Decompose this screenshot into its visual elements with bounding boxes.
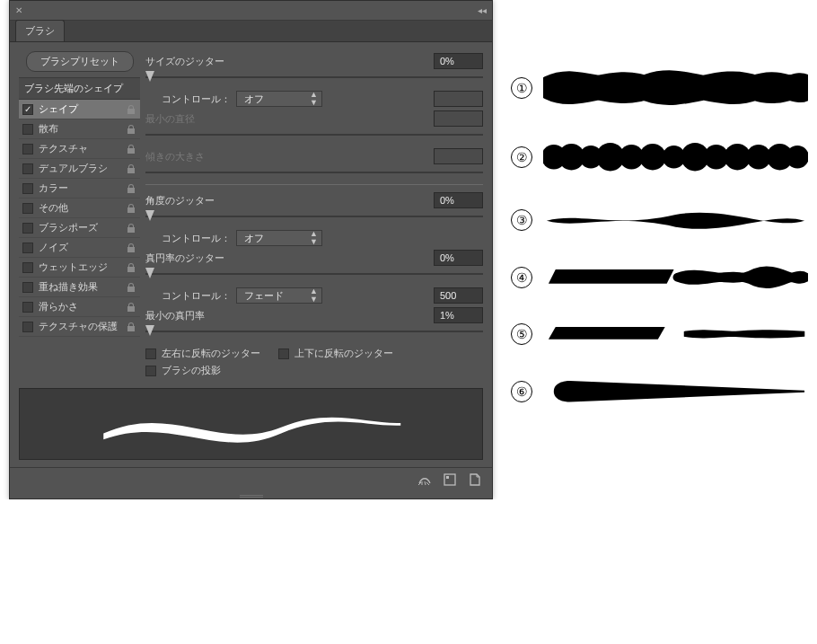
checkbox-icon[interactable] [22, 322, 33, 332]
lock-icon[interactable] [126, 124, 136, 135]
lock-icon[interactable] [126, 163, 136, 174]
sidebar-item-label: 滑らかさ [39, 300, 78, 313]
sidebar-item-7[interactable]: ノイズ [19, 238, 140, 258]
lock-icon[interactable] [126, 104, 136, 115]
stroke-examples: ① ② ③ ④ [511, 0, 808, 499]
sidebar-item-10[interactable]: 滑らかさ [19, 297, 140, 317]
panel-footer [10, 467, 492, 493]
lock-icon[interactable] [126, 144, 136, 154]
angle-control-label: コントロール： [162, 232, 231, 245]
sidebar-item-label: テクスチャの保護 [39, 320, 118, 333]
sidebar-item-1[interactable]: 散布 [19, 119, 140, 139]
angle-jitter-slider[interactable] [145, 210, 483, 223]
sidebar-item-0[interactable]: シェイプ [19, 100, 140, 119]
roundness-jitter-slider[interactable] [145, 268, 483, 280]
checkbox-icon[interactable] [22, 104, 33, 115]
checkbox-icon[interactable] [22, 302, 33, 313]
min-diameter-value [434, 110, 483, 127]
size-jitter-slider[interactable] [145, 71, 483, 84]
panel-tabbar: ブラシ [10, 21, 492, 42]
checkbox-icon[interactable] [22, 243, 33, 253]
brush-presets-button[interactable]: ブラシプリセット [26, 51, 134, 72]
sidebar-item-3[interactable]: デュアルブラシ [19, 159, 140, 179]
size-control-steps [434, 91, 483, 107]
checkbox-icon[interactable] [22, 203, 33, 214]
example-number: ⑤ [511, 323, 532, 345]
tab-brush[interactable]: ブラシ [15, 20, 65, 41]
lock-icon[interactable] [126, 183, 136, 194]
roundness-control-steps[interactable]: 500 [434, 287, 483, 304]
checkbox-icon[interactable] [22, 163, 33, 174]
panel-menu-icon[interactable]: ◂◂ [478, 5, 487, 15]
angle-jitter-value[interactable]: 0% [434, 192, 483, 208]
sidebar-item-label: その他 [39, 201, 68, 215]
checkbox-icon[interactable] [22, 262, 33, 273]
lock-icon[interactable] [126, 302, 136, 313]
checkbox-icon[interactable] [22, 223, 33, 234]
lock-icon[interactable] [126, 262, 136, 273]
example-1: ① [511, 70, 808, 105]
sidebar-item-6[interactable]: ブラシポーズ [19, 218, 140, 238]
example-number: ① [511, 77, 532, 99]
checkbox-icon[interactable] [22, 183, 33, 194]
brush-shape-controls: サイズのジッター 0% コントロール： オフ ▲▼ [145, 51, 483, 377]
sidebar-item-8[interactable]: ウェットエッジ [19, 258, 140, 278]
lock-icon[interactable] [126, 322, 136, 332]
brush-panel: ✕ ◂◂ ブラシ ブラシプリセット ブラシ先端のシェイプ シェイプ散布テクスチャ… [9, 0, 493, 499]
angle-control-dropdown[interactable]: オフ ▲▼ [236, 230, 322, 246]
brush-stroke-preview-icon [33, 400, 468, 449]
angle-jitter-label: 角度のジッター [145, 194, 215, 207]
sidebar-item-label: ウェットエッジ [39, 260, 108, 274]
min-roundness-value[interactable]: 1% [434, 307, 483, 323]
checkbox-icon[interactable] [22, 124, 33, 135]
flip-y-jitter-checkbox[interactable]: 上下に反転のジッター [278, 347, 393, 360]
checkbox-icon[interactable] [22, 144, 33, 154]
example-6: ⑥ [511, 379, 808, 404]
size-jitter-value[interactable]: 0% [434, 53, 483, 69]
roundness-jitter-value[interactable]: 0% [434, 250, 483, 266]
tilt-scale-slider [145, 166, 483, 179]
checkbox-icon[interactable] [22, 282, 33, 293]
chevron-updown-icon: ▲▼ [304, 287, 318, 304]
size-control-dropdown[interactable]: オフ ▲▼ [236, 91, 322, 107]
toggle-preview-icon[interactable] [417, 472, 433, 488]
new-brush-icon[interactable] [442, 472, 458, 488]
size-control-value: オフ [244, 93, 264, 106]
flip-x-label: 左右に反転のジッター [162, 347, 260, 360]
flip-x-jitter-checkbox[interactable]: 左右に反転のジッター [145, 347, 260, 360]
size-control-label: コントロール： [162, 93, 231, 106]
panel-resize-grip[interactable] [10, 493, 492, 498]
sidebar-item-5[interactable]: その他 [19, 198, 140, 218]
sidebar-item-2[interactable]: テクスチャ [19, 139, 140, 159]
min-roundness-slider[interactable] [145, 325, 483, 338]
example-number: ③ [511, 209, 532, 231]
example-number: ⑥ [511, 381, 532, 402]
new-document-icon[interactable] [467, 472, 483, 488]
tilt-scale-label: 傾きの大きさ [145, 150, 205, 163]
roundness-control-dropdown[interactable]: フェード ▲▼ [236, 287, 322, 304]
example-3: ③ [511, 209, 808, 233]
lock-icon[interactable] [126, 282, 136, 293]
svg-rect-1 [446, 476, 449, 479]
sidebar-item-label: ブラシポーズ [39, 221, 98, 234]
brush-sidebar: ブラシプリセット ブラシ先端のシェイプ シェイプ散布テクスチャデュアルブラシカラ… [19, 51, 140, 377]
roundness-jitter-label: 真円率のジッター [145, 251, 224, 265]
sidebar-item-11[interactable]: テクスチャの保護 [19, 317, 140, 337]
brush-tip-shape-header[interactable]: ブラシ先端のシェイプ [19, 77, 140, 100]
lock-icon[interactable] [126, 203, 136, 214]
example-5: ⑤ [511, 323, 808, 345]
example-number: ② [511, 146, 532, 168]
size-jitter-label: サイズのジッター [145, 55, 224, 68]
sidebar-item-4[interactable]: カラー [19, 179, 140, 198]
panel-titlebar: ✕ ◂◂ [10, 1, 492, 21]
angle-control-value: オフ [244, 232, 264, 245]
sidebar-item-label: 散布 [39, 122, 58, 136]
lock-icon[interactable] [126, 223, 136, 234]
lock-icon[interactable] [126, 243, 136, 253]
sidebar-item-9[interactable]: 重ね描き効果 [19, 278, 140, 297]
roundness-control-label: コントロール： [162, 289, 231, 303]
brush-projection-checkbox[interactable]: ブラシの投影 [145, 364, 483, 377]
stroke-sample-icon [543, 70, 808, 105]
sidebar-item-label: 重ね描き効果 [39, 280, 98, 294]
close-icon[interactable]: ✕ [15, 5, 22, 15]
